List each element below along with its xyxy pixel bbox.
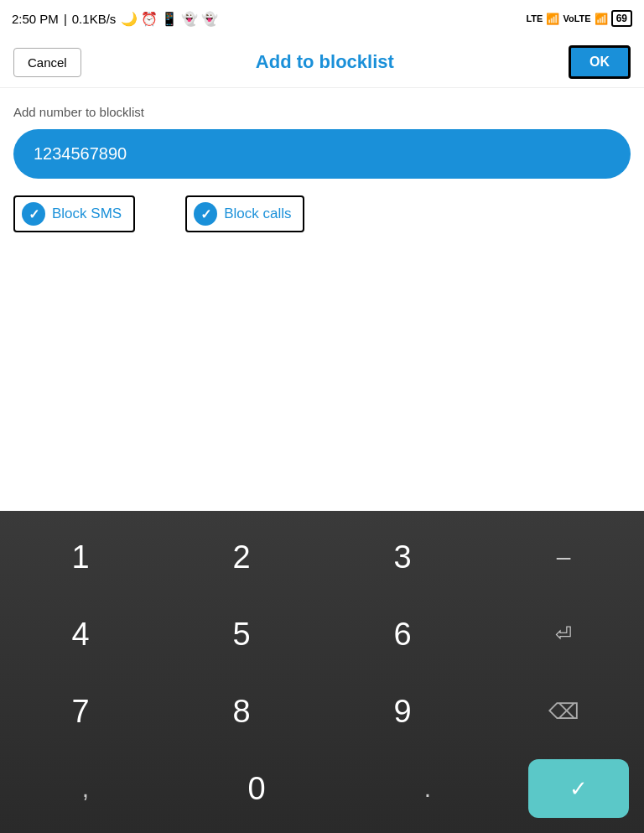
whatsapp-icon: 📱 [161,11,178,27]
snapchat-icon: 👻 [181,11,198,27]
key-7[interactable]: 7 [10,674,151,749]
block-sms-label: Block SMS [52,206,122,222]
content-area: Add number to blocklist 1234567890 ✓ Blo… [0,88,644,249]
top-nav: Cancel Add to blocklist OK [0,37,644,88]
keyboard-row-2: 4 5 6 ⏎ [0,596,644,672]
keyboard: 1 2 3 – 4 5 6 ⏎ 7 8 9 ⌫ , 0 . ✓ [0,511,644,833]
speed: 0.1KB/s [72,12,117,26]
key-3[interactable]: 3 [332,519,473,595]
number-input[interactable]: 1234567890 [13,129,631,179]
volte-icon: VoLTE [563,13,590,23]
status-left: 2:50 PM | 0.1KB/s 🌙 ⏰ 📱 👻 👻 [12,11,218,27]
moon-icon: 🌙 [121,11,138,27]
snapchat2-icon: 👻 [201,11,218,27]
key-0[interactable]: 0 [186,751,327,826]
status-right: LTE 📶 VoLTE 📶 69 [526,10,632,27]
block-sms-check-icon: ✓ [22,202,45,226]
ok-button[interactable]: OK [569,45,631,79]
block-sms-checkbox[interactable]: ✓ Block SMS [13,195,135,232]
time: 2:50 PM [12,12,59,26]
key-1[interactable]: 1 [10,519,151,595]
keyboard-row-3: 7 8 9 ⌫ [0,674,644,749]
keyboard-row-4: , 0 . ✓ [0,751,644,826]
key-4[interactable]: 4 [10,596,151,672]
checkbox-row: ✓ Block SMS ✓ Block calls [13,195,631,232]
block-calls-label: Block calls [224,206,291,222]
status-icons: 🌙 ⏰ 📱 👻 👻 [121,11,218,27]
key-9[interactable]: 9 [332,674,473,749]
key-space[interactable]: ⏎ [493,596,634,672]
key-6[interactable]: 6 [332,596,473,672]
block-calls-check-icon: ✓ [194,202,217,226]
separator: | [64,12,67,26]
key-2[interactable]: 2 [171,519,312,595]
cancel-button[interactable]: Cancel [13,48,81,77]
key-5[interactable]: 5 [171,596,312,672]
keyboard-row-1: 1 2 3 – [0,519,644,595]
key-dash[interactable]: – [493,519,634,595]
signal1-icon: 📶 [546,13,559,25]
key-comma[interactable]: , [15,751,156,826]
key-done[interactable]: ✓ [528,759,629,818]
block-calls-checkbox[interactable]: ✓ Block calls [185,195,304,232]
key-backspace[interactable]: ⌫ [493,674,634,749]
add-label: Add number to blocklist [13,105,631,119]
alarm-icon: ⏰ [141,11,158,27]
key-8[interactable]: 8 [171,674,312,749]
page-title: Add to blocklist [81,51,569,73]
lte-icon: LTE [526,13,543,23]
signal2-icon: 📶 [595,13,608,25]
battery: 69 [611,10,632,27]
status-bar: 2:50 PM | 0.1KB/s 🌙 ⏰ 📱 👻 👻 LTE 📶 VoLTE … [0,0,644,37]
key-dot[interactable]: . [357,751,498,826]
